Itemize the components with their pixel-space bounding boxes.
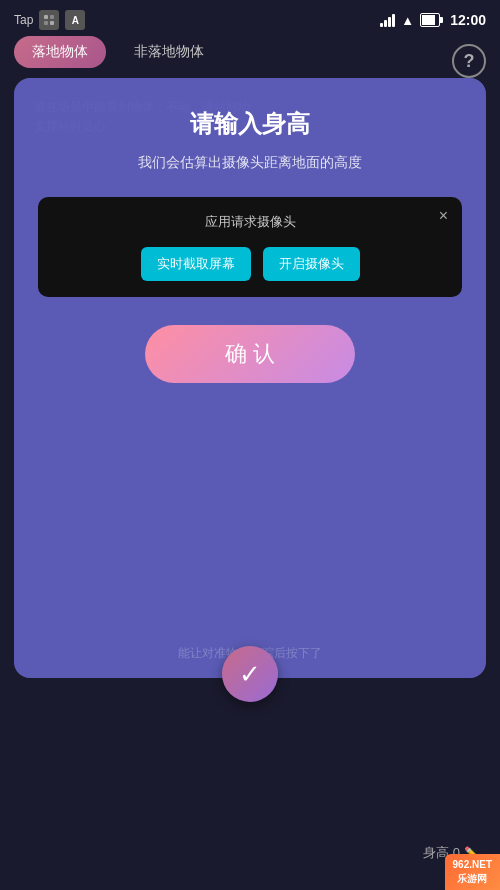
status-right: ▲ 12:00 bbox=[380, 12, 486, 28]
svg-rect-3 bbox=[50, 21, 54, 25]
camera-dialog-buttons: 实时截取屏幕 开启摄像头 bbox=[54, 247, 446, 281]
svg-rect-0 bbox=[44, 15, 48, 19]
confirm-button[interactable]: 确 认 bbox=[145, 325, 355, 383]
main-area: 请在场景中能看到物体，不动，请站好地 支撑站时足心 请输入身高 我们会估算出摄像… bbox=[14, 78, 486, 678]
tab-landing-objects[interactable]: 落地物体 bbox=[14, 36, 106, 68]
check-button[interactable]: ✓ bbox=[222, 646, 278, 702]
modal-title: 请输入身高 bbox=[190, 108, 310, 140]
tab-bar: 落地物体 非落地物体 bbox=[0, 36, 500, 68]
camera-dialog: × 应用请求摄像头 实时截取屏幕 开启摄像头 bbox=[38, 197, 462, 297]
signal-icon bbox=[380, 13, 395, 27]
dialog-close-button[interactable]: × bbox=[439, 207, 448, 225]
screen-capture-button[interactable]: 实时截取屏幕 bbox=[141, 247, 251, 281]
wifi-icon: ▲ bbox=[401, 13, 414, 28]
time-label: 12:00 bbox=[450, 12, 486, 28]
camera-dialog-title: 应用请求摄像头 bbox=[54, 213, 446, 231]
svg-rect-1 bbox=[50, 15, 54, 19]
battery-icon bbox=[420, 13, 440, 27]
watermark: 962.NET 乐游网 bbox=[445, 854, 500, 890]
tab-non-landing-objects[interactable]: 非落地物体 bbox=[116, 36, 222, 68]
modal-overlay: 请输入身高 我们会估算出摄像头距离地面的高度 × 应用请求摄像头 实时截取屏幕 … bbox=[14, 78, 486, 678]
help-button[interactable]: ? bbox=[452, 44, 486, 78]
app-icon-1 bbox=[39, 10, 59, 30]
status-left: Tap A bbox=[14, 10, 85, 30]
modal-subtitle: 我们会估算出摄像头距离地面的高度 bbox=[138, 152, 362, 173]
svg-rect-2 bbox=[44, 21, 48, 25]
tap-label: Tap bbox=[14, 13, 33, 27]
status-bar: Tap A ▲ 12:00 bbox=[0, 0, 500, 36]
open-camera-button[interactable]: 开启摄像头 bbox=[263, 247, 360, 281]
app-icon-2: A bbox=[65, 10, 85, 30]
check-icon: ✓ bbox=[239, 659, 261, 690]
